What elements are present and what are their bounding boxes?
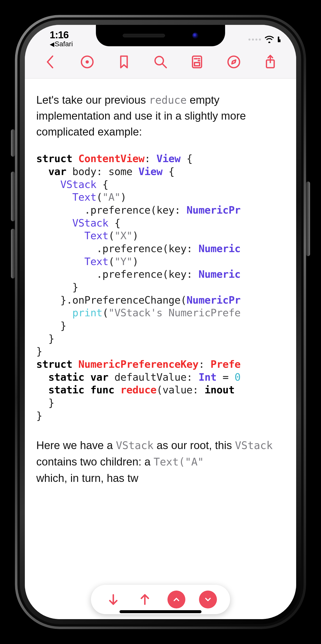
screen: 1:16 ◀Safari: [25, 25, 296, 619]
inline-code-reduce: reduce: [149, 94, 187, 106]
speaker-grill: [123, 34, 165, 37]
article-content[interactable]: Let's take our previous reduce empty imp…: [25, 78, 296, 619]
status-time: 1:16: [50, 29, 99, 40]
svg-line-3: [162, 64, 166, 68]
arrow-down-icon: [106, 592, 120, 606]
toolbar: [25, 49, 296, 78]
chevron-down-icon: [204, 595, 212, 604]
breadcrumb-back-icon: ◀: [50, 41, 54, 48]
device-notch: [96, 25, 225, 46]
bookmark-icon[interactable]: [110, 54, 138, 70]
nav-down-button[interactable]: [104, 590, 122, 608]
device-frame: 1:16 ◀Safari: [15, 15, 306, 629]
battery-icon: [278, 37, 279, 42]
code-block: struct ContentView: View { var body: som…: [36, 152, 285, 422]
inline-code-text-a: Text("A": [154, 456, 204, 468]
arrow-up-icon: [138, 592, 152, 606]
back-button[interactable]: [37, 54, 64, 70]
chevron-up-icon: [172, 595, 181, 604]
volume-switch: [11, 129, 15, 157]
record-icon[interactable]: [73, 54, 101, 70]
nav-collapse-up-button[interactable]: [167, 590, 185, 608]
compass-icon[interactable]: [220, 54, 248, 70]
inline-code-vstack1: VStack: [116, 439, 154, 452]
volume-up-button: [11, 172, 15, 221]
cellular-dots-icon: [249, 38, 261, 40]
back-to-app-breadcrumb[interactable]: ◀Safari: [50, 40, 99, 48]
svg-rect-8: [195, 62, 200, 66]
nav-collapse-down-button[interactable]: [199, 590, 217, 608]
svg-marker-10: [232, 60, 236, 64]
after-paragraph: Here we have a VStack as our root, this …: [36, 437, 285, 486]
nav-up-button[interactable]: [136, 590, 154, 608]
intro-paragraph: Let's take our previous reduce empty imp…: [36, 92, 285, 140]
reader-card-icon[interactable]: [183, 54, 211, 70]
inline-code-vstack2: VStack: [235, 439, 273, 452]
volume-down-button: [11, 229, 15, 278]
home-indicator[interactable]: [119, 610, 202, 613]
search-icon[interactable]: [147, 54, 174, 70]
floating-nav-pill: [91, 585, 230, 614]
breadcrumb-app-label: Safari: [55, 40, 73, 48]
power-button: [306, 182, 310, 256]
front-camera: [192, 32, 198, 38]
share-icon[interactable]: [257, 54, 284, 70]
svg-point-9: [228, 56, 240, 68]
wifi-icon: [264, 35, 274, 44]
svg-point-1: [86, 60, 89, 64]
